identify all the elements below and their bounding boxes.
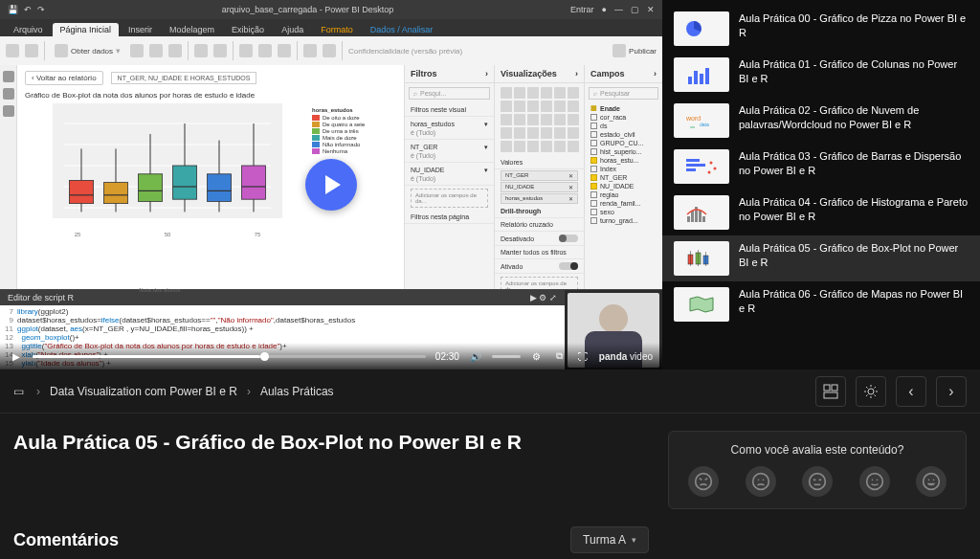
menu-ajuda[interactable]: Ajuda	[274, 23, 311, 36]
text-box-icon[interactable]	[258, 44, 272, 57]
checkbox-icon[interactable]	[590, 131, 597, 138]
data-view-icon[interactable]	[3, 88, 14, 100]
prev-lesson-button[interactable]: ‹	[896, 376, 926, 407]
cut-icon[interactable]	[25, 44, 38, 57]
model-view-icon[interactable]	[3, 105, 14, 117]
menu-pagina-inicial[interactable]: Página Inicial	[53, 23, 120, 36]
checkbox-icon[interactable]	[590, 123, 597, 129]
viz-type-icon[interactable]	[527, 127, 539, 139]
menu-inserir[interactable]: Inserir	[121, 23, 160, 36]
viz-type-icon[interactable]	[568, 127, 579, 139]
sql-icon[interactable]	[149, 44, 163, 57]
fullscreen-icon[interactable]: ⛶	[576, 349, 590, 363]
filter-card[interactable]: NU_IDADE▾é (Tudo)	[405, 163, 494, 186]
checkbox-icon[interactable]	[590, 114, 597, 121]
layout-button[interactable]	[815, 376, 846, 407]
menu-modelagem[interactable]: Modelagem	[162, 23, 222, 36]
field-item[interactable]: sexo	[585, 208, 662, 216]
viz-type-icon[interactable]	[541, 114, 552, 125]
checkbox-icon[interactable]	[590, 209, 597, 215]
field-item[interactable]: regiao	[585, 190, 662, 199]
viz-type-icon[interactable]	[501, 101, 512, 112]
field-item[interactable]: Index	[585, 165, 662, 173]
transform-icon[interactable]	[194, 44, 208, 57]
viz-type-icon[interactable]	[527, 101, 539, 112]
playlist-item[interactable]: Aula Prática 06 - Gráfico de Mapas no Po…	[662, 281, 980, 327]
checkbox-icon[interactable]	[590, 183, 597, 190]
filter-search[interactable]: ⌕Pesqui...	[409, 87, 490, 100]
viz-type-icon[interactable]	[554, 141, 566, 152]
volume-icon[interactable]: 🔊	[469, 349, 482, 363]
excel-icon[interactable]	[130, 44, 144, 57]
new-visual-icon[interactable]	[239, 44, 253, 57]
video-progress[interactable]	[33, 355, 426, 358]
video-player[interactable]: 💾 ↶ ↷ arquivo_base_carregada - Power BI …	[0, 0, 662, 369]
field-item[interactable]: hist_superio...	[585, 147, 662, 156]
rating-angry[interactable]	[688, 466, 719, 497]
theme-button[interactable]	[856, 376, 886, 407]
play-button[interactable]	[305, 159, 357, 211]
field-chip[interactable]: horas_estudos✕	[501, 193, 578, 204]
viz-type-icon[interactable]	[541, 87, 552, 99]
playlist-item[interactable]: Aula Prática 04 - Gráfico de Histograma …	[662, 190, 980, 235]
back-to-report-button[interactable]: ‹ Voltar ao relatório	[25, 71, 103, 85]
checkbox-icon[interactable]	[590, 174, 597, 181]
viz-type-icon[interactable]	[568, 101, 579, 112]
collapse-icon[interactable]: ›	[485, 69, 488, 78]
field-item[interactable]: turno_grad...	[585, 216, 662, 225]
dataverse-icon[interactable]	[168, 44, 182, 57]
viz-type-icon[interactable]	[514, 101, 525, 112]
run-icon[interactable]: ▶	[530, 293, 537, 302]
rating-very-happy[interactable]	[916, 466, 947, 497]
checkbox-icon[interactable]	[590, 166, 597, 172]
viz-type-icon[interactable]	[501, 87, 512, 99]
checkbox-icon[interactable]	[590, 200, 597, 207]
viz-type-icon[interactable]	[514, 87, 525, 99]
field-item[interactable]: estado_civil	[585, 130, 662, 139]
checkbox-icon[interactable]	[590, 217, 597, 224]
viz-type-icon[interactable]	[554, 87, 566, 99]
viz-type-icon[interactable]	[501, 114, 512, 125]
viz-type-icon[interactable]	[527, 141, 539, 152]
viz-type-icon[interactable]	[554, 101, 566, 112]
menu-arquivo[interactable]: Arquivo	[6, 23, 51, 36]
next-lesson-button[interactable]: ›	[936, 376, 967, 407]
field-item[interactable]: ds	[585, 122, 662, 130]
field-item[interactable]: renda_famil...	[585, 199, 662, 208]
playlist-item[interactable]: Aula Prática 00 - Gráfico de Pizza no Po…	[662, 6, 980, 52]
viz-type-icon[interactable]	[527, 87, 539, 99]
table-name[interactable]: Enade	[600, 105, 620, 112]
viz-type-icon[interactable]	[541, 127, 552, 139]
viz-type-icon[interactable]	[514, 141, 525, 152]
gear-icon[interactable]: ⚙	[539, 293, 546, 302]
viz-type-icon[interactable]	[501, 141, 512, 152]
rating-neutral[interactable]	[802, 466, 833, 497]
filter-card[interactable]: NT_GER▾é (Tudo)	[405, 140, 494, 163]
field-item[interactable]: horas_estu...	[585, 156, 662, 165]
class-selector[interactable]: Turma A ▾	[570, 526, 649, 553]
quick-measure-icon[interactable]	[323, 44, 336, 57]
checkbox-icon[interactable]	[590, 140, 597, 146]
viz-type-icon[interactable]	[514, 114, 525, 125]
playlist-item[interactable]: Aula Prática 03 - Gráfico de Barras e Di…	[662, 144, 980, 190]
field-item[interactable]: NU_IDADE	[585, 182, 662, 190]
playlist-item[interactable]: Aula Prática 05 - Gráfico de Box-Plot no…	[662, 235, 980, 281]
publish-button[interactable]: Publicar	[612, 44, 657, 57]
breadcrumb-course[interactable]: Data Visualization com Power BI e R	[50, 385, 237, 398]
viz-type-icon[interactable]	[514, 127, 525, 139]
fields-search[interactable]: ⌕Pesquisar	[589, 87, 658, 100]
report-view-icon[interactable]	[3, 71, 14, 82]
viz-type-icon[interactable]	[568, 87, 579, 99]
playlist-item[interactable]: worddatavizAula Prática 02 - Gráfico de …	[662, 98, 980, 144]
menu-dados-analisar[interactable]: Dados / Analisar	[363, 23, 441, 36]
expand-icon[interactable]: ⤢	[549, 293, 557, 302]
close-icon[interactable]: ✕	[647, 5, 655, 14]
play-pause-button[interactable]: ▶	[10, 349, 23, 363]
refresh-icon[interactable]	[213, 44, 227, 57]
book-icon[interactable]: ▭	[13, 385, 27, 398]
minimize-icon[interactable]: —	[614, 5, 623, 14]
viz-type-icon[interactable]	[501, 127, 512, 139]
signin-label[interactable]: Entrar	[570, 5, 594, 14]
checkbox-icon[interactable]	[590, 191, 597, 198]
viz-type-icon[interactable]	[527, 114, 539, 125]
